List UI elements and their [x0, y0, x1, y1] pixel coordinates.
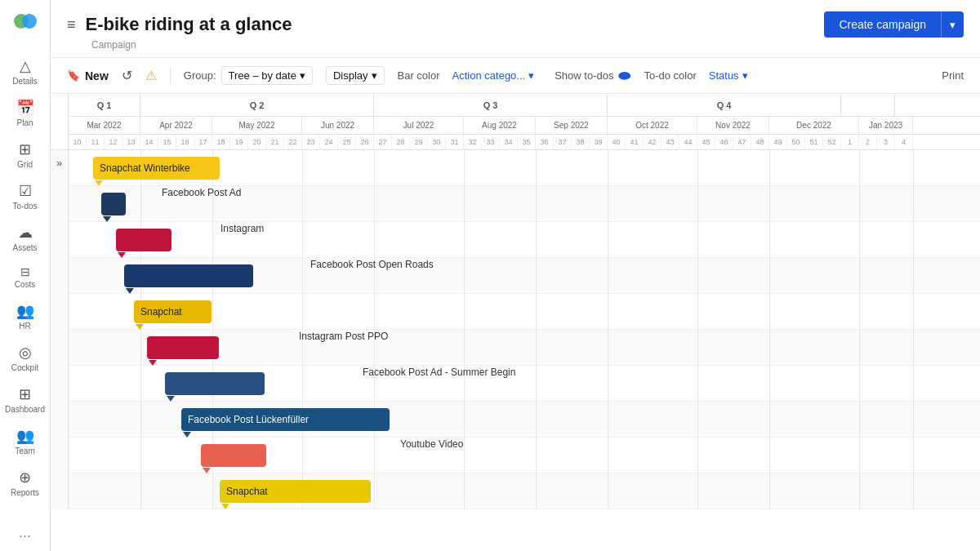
- quarter-extra: [841, 94, 895, 116]
- bar-color-selector: Bar color Action catego... ▾: [398, 66, 542, 85]
- bar-milestone-triangle: [183, 432, 191, 438]
- gantt-row: [69, 473, 980, 509]
- month-jan2023: Jan 2023: [859, 117, 913, 134]
- costs-icon: ⊟: [20, 265, 30, 278]
- sidebar-item-plan[interactable]: 📅 Plan: [3, 94, 47, 132]
- todo-color-label: To-do color: [644, 69, 696, 82]
- week-cell: 16: [176, 135, 194, 149]
- week-cell: 39: [590, 135, 608, 149]
- sidebar-item-details[interactable]: △ Details: [3, 52, 47, 91]
- bar-milestone-triangle: [126, 288, 134, 294]
- gantt-bar[interactable]: [124, 264, 253, 287]
- gantt-bar[interactable]: Snapchat: [220, 480, 371, 503]
- display-dropdown[interactable]: Display ▾: [326, 66, 385, 85]
- new-bookmark-icon: 🔖: [67, 69, 80, 82]
- gantt-bar[interactable]: Snapchat Winterbike: [93, 157, 220, 180]
- week-cell: 23: [302, 135, 320, 149]
- weeks-row: 1011121314151617181920212223242526272829…: [69, 135, 980, 149]
- gantt-container[interactable]: Q 1 Q 2 Q 3 Q 4 Mar 2022: [51, 94, 980, 551]
- bar-label: Instagram Post PPO: [299, 331, 388, 342]
- sidebar-item-dashboard[interactable]: ⊞ Dashboard: [3, 380, 47, 419]
- group-dropdown-value: Tree – by date: [229, 69, 296, 82]
- month-may2022: May 2022: [212, 117, 302, 134]
- gantt-bar[interactable]: [116, 229, 172, 251]
- create-campaign-button[interactable]: Create campaign: [824, 11, 941, 38]
- months-row: Mar 2022 Apr 2022 May 2022 Jun 2022 Jul …: [69, 117, 980, 135]
- gantt-bar[interactable]: [201, 444, 266, 467]
- week-cell: 51: [805, 135, 823, 149]
- sidebar-item-dashboard-label: Dashboard: [5, 405, 45, 414]
- bar-color-dropdown[interactable]: Action catego... ▾: [445, 66, 542, 85]
- bar-label: Facebook Post Ad: [162, 187, 241, 198]
- quarter-q4: Q 4: [608, 94, 841, 116]
- week-cell: 18: [212, 135, 230, 149]
- week-cell: 37: [554, 135, 572, 149]
- undo-icon[interactable]: ↺: [122, 68, 132, 83]
- header-spacer: [51, 94, 69, 149]
- reports-icon: ⊕: [19, 469, 31, 487]
- menu-icon[interactable]: ≡: [67, 16, 76, 33]
- bar-milestone-triangle: [221, 504, 229, 509]
- sidebar-item-cockpit[interactable]: ◎ Cockpit: [3, 339, 47, 377]
- hr-icon: 👥: [16, 302, 34, 320]
- week-cell: 29: [410, 135, 428, 149]
- week-cell: 22: [284, 135, 302, 149]
- month-mar2022: Mar 2022: [69, 117, 140, 134]
- plan-icon: 📅: [16, 99, 34, 117]
- week-cell: 28: [392, 135, 410, 149]
- month-sep2022: Sep 2022: [536, 117, 608, 134]
- group-selector: Group: Tree – by date ▾: [184, 66, 313, 85]
- gantt-bar[interactable]: Snapchat: [134, 300, 212, 323]
- month-aug2022: Aug 2022: [464, 117, 536, 134]
- gantt-bar[interactable]: Facebook Post Lückenfüller: [181, 408, 390, 431]
- sidebar: △ Details 📅 Plan ⊞ Grid ☑ To-dos ☁ Asset…: [0, 0, 51, 551]
- week-cell: 48: [751, 135, 769, 149]
- bar-label: Facebook Post Ad - Summer Begin: [363, 367, 515, 378]
- sidebar-item-assets[interactable]: ☁ Assets: [3, 219, 47, 257]
- week-cell: 17: [194, 135, 212, 149]
- month-jul2022: Jul 2022: [374, 117, 464, 134]
- new-button[interactable]: 🔖 New: [67, 69, 109, 82]
- week-cell: 24: [320, 135, 338, 149]
- group-dropdown[interactable]: Tree – by date ▾: [221, 66, 313, 85]
- bar-color-value: Action catego...: [452, 69, 526, 82]
- bar-label: Facebook Post Open Roads: [310, 259, 434, 270]
- sidebar-item-hr[interactable]: 👥 HR: [3, 297, 47, 335]
- quarter-q3: Q 3: [374, 94, 608, 116]
- month-dec2022: Dec 2022: [769, 117, 859, 134]
- gantt-body-container: » Snapchat WinterbikeFacebook Post AdIns…: [51, 150, 980, 509]
- bar-milestone-triangle: [167, 396, 175, 402]
- week-cell: 50: [787, 135, 805, 149]
- sidebar-item-todos[interactable]: ☑ To-dos: [3, 177, 47, 216]
- sidebar-item-grid[interactable]: ⊞ Grid: [3, 136, 47, 174]
- gantt-bars-area: Snapchat WinterbikeFacebook Post AdInsta…: [69, 150, 980, 509]
- week-cell: 20: [248, 135, 266, 149]
- group-label: Group:: [184, 69, 216, 82]
- display-arrow: ▾: [372, 69, 377, 82]
- quarter-q1: Q 1: [69, 94, 140, 116]
- week-cell: 25: [338, 135, 356, 149]
- sidebar-item-reports[interactable]: ⊕ Reports: [3, 464, 47, 502]
- create-campaign-arrow-button[interactable]: ▾: [941, 11, 964, 38]
- quarters-row: Q 1 Q 2 Q 3 Q 4: [69, 94, 980, 117]
- sidebar-item-costs[interactable]: ⊟ Costs: [3, 260, 47, 294]
- print-button[interactable]: Print: [942, 69, 964, 82]
- week-cell: 3: [877, 135, 895, 149]
- bar-label: Youtube Video: [400, 438, 463, 450]
- gantt-bar[interactable]: [101, 193, 126, 216]
- assets-icon: ☁: [18, 224, 33, 242]
- todo-color-dropdown[interactable]: Status ▾: [702, 66, 755, 85]
- details-icon: △: [20, 57, 31, 75]
- week-cell: 44: [679, 135, 697, 149]
- gantt-bar[interactable]: [165, 372, 265, 395]
- gantt-bar[interactable]: [147, 336, 219, 359]
- collapse-button[interactable]: »: [51, 150, 69, 509]
- warning-icon[interactable]: ⚠: [145, 68, 157, 83]
- sidebar-item-team[interactable]: 👥 Team: [3, 422, 47, 460]
- sidebar-more-button[interactable]: ...: [19, 524, 31, 541]
- show-todos-toggle[interactable]: ⬬: [618, 67, 630, 84]
- week-cell: 36: [536, 135, 554, 149]
- sidebar-item-costs-label: Costs: [15, 280, 36, 289]
- display-selector: Display ▾: [326, 66, 385, 85]
- week-cell: 26: [356, 135, 374, 149]
